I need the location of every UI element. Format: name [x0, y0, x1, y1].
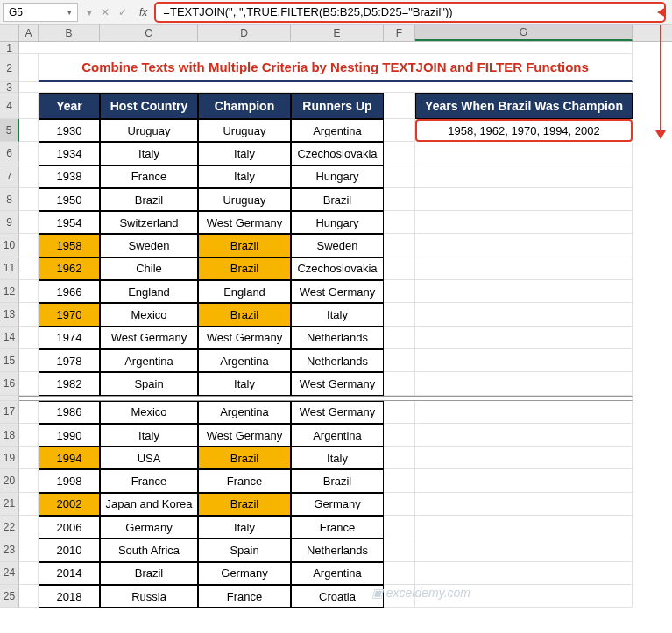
cell-F10[interactable]	[384, 234, 415, 257]
row-header-21[interactable]: 21	[0, 493, 19, 516]
row-header-5[interactable]: 5	[0, 119, 19, 142]
cell-A17[interactable]	[19, 401, 39, 424]
row-header-3[interactable]: 3	[0, 82, 19, 93]
column-header-A[interactable]: A	[19, 25, 39, 41]
cell-host-10[interactable]: Sweden	[100, 234, 198, 257]
cell-host-14[interactable]: West Germany	[100, 327, 198, 349]
cell-runner-20[interactable]: Brazil	[291, 469, 384, 492]
cell-G10[interactable]	[415, 234, 633, 257]
cell-champ-25[interactable]: France	[198, 585, 291, 608]
cell-host-19[interactable]: USA	[100, 447, 198, 469]
cell-G23[interactable]	[415, 538, 633, 561]
cell-runner-6[interactable]: Czechoslovakia	[291, 142, 384, 165]
cell-year-25[interactable]: 2018	[39, 585, 100, 608]
cell-runner-14[interactable]: Netherlands	[291, 327, 384, 349]
cell-G17[interactable]	[415, 401, 633, 424]
cell-host-11[interactable]: Chile	[100, 257, 198, 280]
cell-year-16[interactable]: 1982	[39, 372, 100, 395]
row-header-18[interactable]: 18	[0, 424, 19, 447]
row-header-14[interactable]: 14	[0, 327, 19, 349]
cell-year-22[interactable]: 2006	[39, 516, 100, 538]
cell-year-7[interactable]: 1938	[39, 165, 100, 188]
cancel-icon[interactable]: ✕	[101, 6, 110, 18]
cell-year-21[interactable]: 2002	[39, 493, 100, 516]
row-header-24[interactable]: 24	[0, 562, 19, 585]
row-header-25[interactable]: 25	[0, 585, 19, 608]
row-header-9[interactable]: 9	[0, 211, 19, 234]
cell-F16[interactable]	[384, 372, 415, 395]
chevron-down-icon[interactable]: ▾	[67, 8, 72, 17]
column-header-C[interactable]: C	[100, 25, 198, 41]
cell-runner-11[interactable]: Czechoslovakia	[291, 257, 384, 280]
cell-F19[interactable]	[384, 447, 415, 469]
cell-host-18[interactable]: Italy	[100, 424, 198, 447]
cell-F20[interactable]	[384, 469, 415, 492]
cell-host-22[interactable]: Germany	[100, 516, 198, 538]
cell-host-17[interactable]: Mexico	[100, 401, 198, 424]
cell-host-6[interactable]: Italy	[100, 142, 198, 165]
cell-champ-12[interactable]: England	[198, 280, 291, 303]
cell-year-5[interactable]: 1930	[39, 119, 100, 142]
cell-runner-5[interactable]: Argentina	[291, 119, 384, 142]
cell-year-6[interactable]: 1934	[39, 142, 100, 165]
cell-champ-10[interactable]: Brazil	[198, 234, 291, 257]
cell-A13[interactable]	[19, 303, 39, 326]
cell-G20[interactable]	[415, 469, 633, 492]
cell-A22[interactable]	[19, 516, 39, 538]
cell-runner-25[interactable]: Croatia	[291, 585, 384, 608]
select-all-corner[interactable]	[0, 25, 19, 41]
cell-G12[interactable]	[415, 280, 633, 303]
cell-runner-8[interactable]: Brazil	[291, 188, 384, 211]
cell-A20[interactable]	[19, 469, 39, 492]
row-header-2[interactable]: 2	[0, 54, 19, 82]
cell-runner-21[interactable]: Germany	[291, 493, 384, 516]
cell-host-25[interactable]: Russia	[100, 585, 198, 608]
cell-F21[interactable]	[384, 493, 415, 516]
cell-runner-24[interactable]: Argentina	[291, 562, 384, 585]
cell-F5[interactable]	[384, 119, 415, 142]
cell-champ-5[interactable]: Uruguay	[198, 119, 291, 142]
row-header-4[interactable]: 4	[0, 93, 19, 119]
cell-host-24[interactable]: Brazil	[100, 562, 198, 585]
cell-runner-19[interactable]: Italy	[291, 447, 384, 469]
cell-F13[interactable]	[384, 303, 415, 326]
cell-G24[interactable]	[415, 562, 633, 585]
cell-F11[interactable]	[384, 257, 415, 280]
cell-G11[interactable]	[415, 257, 633, 280]
result-cell[interactable]: 1958, 1962, 1970, 1994, 2002	[415, 119, 633, 142]
cell-champ-18[interactable]: West Germany	[198, 424, 291, 447]
cell-host-13[interactable]: Mexico	[100, 303, 198, 326]
cell-champ-15[interactable]: Argentina	[198, 349, 291, 372]
row-header-15[interactable]: 15	[0, 349, 19, 372]
cell-A5[interactable]	[19, 119, 39, 142]
cell-year-19[interactable]: 1994	[39, 447, 100, 469]
cell-champ-21[interactable]: Brazil	[198, 493, 291, 516]
cell-runner-13[interactable]: Italy	[291, 303, 384, 326]
cell-A19[interactable]	[19, 447, 39, 469]
cell-runner-23[interactable]: Netherlands	[291, 538, 384, 561]
cell-empty-1[interactable]	[19, 42, 633, 54]
cell-F22[interactable]	[384, 516, 415, 538]
cell-host-12[interactable]: England	[100, 280, 198, 303]
fx-icon[interactable]: fx	[136, 6, 151, 18]
dropdown-icon[interactable]: ▾	[87, 6, 92, 18]
cell-year-8[interactable]: 1950	[39, 188, 100, 211]
cell-G9[interactable]	[415, 211, 633, 234]
row-header-22[interactable]: 22	[0, 516, 19, 538]
column-header-E[interactable]: E	[291, 25, 384, 41]
cell-F6[interactable]	[384, 142, 415, 165]
cell-year-13[interactable]: 1970	[39, 303, 100, 326]
row-header-6[interactable]: 6	[0, 142, 19, 165]
cell-year-11[interactable]: 1962	[39, 257, 100, 280]
cell-F8[interactable]	[384, 188, 415, 211]
cell-A11[interactable]	[19, 257, 39, 280]
cell-year-20[interactable]: 1998	[39, 469, 100, 492]
cell-champ-22[interactable]: Italy	[198, 516, 291, 538]
cell-host-5[interactable]: Uruguay	[100, 119, 198, 142]
row-header-19[interactable]: 19	[0, 447, 19, 469]
cell-A15[interactable]	[19, 349, 39, 372]
cell-champ-7[interactable]: Italy	[198, 165, 291, 188]
row-header-10[interactable]: 10	[0, 234, 19, 257]
cell-F17[interactable]	[384, 401, 415, 424]
cell-A8[interactable]	[19, 188, 39, 211]
